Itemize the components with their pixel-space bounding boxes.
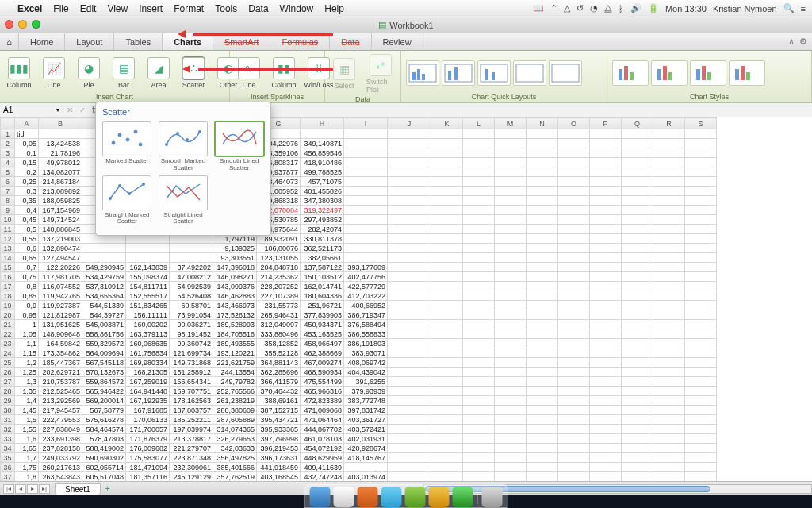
cell[interactable] [495,139,527,148]
cell[interactable] [431,329,463,339]
cell[interactable] [558,368,590,377]
cell[interactable] [558,253,590,263]
menu-tools[interactable]: Tools [215,3,237,14]
cell[interactable]: 575,616278 [82,415,126,425]
cell[interactable] [344,139,388,148]
cell[interactable] [431,272,463,282]
cell[interactable] [622,234,653,244]
cell[interactable]: 475,554499 [301,377,344,387]
cell[interactable] [431,225,463,234]
cell[interactable] [527,339,558,348]
cell[interactable]: 471,064464 [301,415,344,425]
cell[interactable] [653,329,685,339]
cell[interactable]: 119,927387 [39,301,82,310]
cell[interactable]: 402,031931 [344,434,388,444]
menubar-clock[interactable]: Mon 13:30 [665,4,707,13]
option-marked-scatter[interactable]: Marked Scatter [101,121,154,172]
cell[interactable] [527,463,558,472]
cell[interactable] [82,244,126,253]
cell[interactable] [527,167,558,177]
cell[interactable] [558,148,590,158]
cell[interactable]: 213,089892 [39,187,82,196]
cell[interactable] [527,444,558,453]
cell[interactable] [622,472,653,482]
row-header[interactable]: 24 [1,348,15,358]
cell[interactable] [431,472,463,482]
row-header[interactable]: 5 [1,167,15,177]
cell[interactable] [590,272,622,282]
cell[interactable]: 383,93071 [344,348,388,358]
cell[interactable]: 0,35 [15,196,39,206]
cell[interactable]: 151,258912 [170,368,213,377]
cell[interactable] [431,148,463,158]
cell[interactable]: 444,867702 [301,425,344,434]
cell[interactable]: 181,471094 [126,463,170,472]
cell[interactable] [495,453,527,463]
cell[interactable]: 453,163525 [301,329,344,339]
cell[interactable] [527,206,558,215]
cell[interactable] [590,358,622,368]
cell[interactable]: 156,654341 [170,377,213,387]
cell[interactable]: 395,933365 [257,425,301,434]
cell[interactable] [495,244,527,253]
cell[interactable]: 549,290945 [82,263,126,272]
row-header[interactable]: 27 [1,377,15,387]
cell[interactable] [685,415,717,425]
cell[interactable] [463,472,495,482]
tab-home-icon[interactable]: ⌂ [0,33,19,50]
cell[interactable] [495,263,527,272]
cell[interactable] [431,320,463,329]
cell[interactable] [590,377,622,387]
cell[interactable] [344,177,388,187]
cell[interactable]: 231,55773 [257,301,301,310]
cell[interactable] [558,215,590,225]
cell[interactable] [388,177,431,187]
cell[interactable]: 386,558833 [344,329,388,339]
cell[interactable] [463,167,495,177]
cell[interactable] [495,291,527,301]
cell[interactable] [388,129,431,139]
cell[interactable] [622,444,653,453]
cell[interactable] [431,463,463,472]
cell[interactable]: 228,207252 [257,282,301,291]
cell[interactable] [685,453,717,463]
cell[interactable] [685,148,717,158]
cell[interactable] [344,234,388,244]
cell[interactable]: 0,3 [15,187,39,196]
cell[interactable] [463,339,495,348]
cell[interactable] [558,415,590,425]
cell[interactable]: 454,072192 [301,444,344,453]
cell[interactable]: 462,388669 [301,348,344,358]
cell[interactable] [463,139,495,148]
cell[interactable]: 559,329572 [82,339,126,348]
cell[interactable] [527,348,558,358]
row-header[interactable]: 34 [1,444,15,453]
cell[interactable]: 377,839903 [301,310,344,320]
cell[interactable]: 185,447367 [39,358,82,368]
cell[interactable]: 132,890474 [39,244,82,253]
menubar-notifications-icon[interactable]: ≡ [801,4,806,13]
cell[interactable] [653,196,685,206]
cell[interactable]: 347,380308 [301,196,344,206]
cell[interactable] [558,320,590,329]
cell[interactable] [495,320,527,329]
cell[interactable] [590,453,622,463]
cell[interactable]: 49,978012 [39,158,82,167]
cell[interactable] [463,415,495,425]
column-header[interactable]: B [39,118,82,129]
cell[interactable] [622,425,653,434]
row-header[interactable]: 2 [1,139,15,148]
cell[interactable]: 37,492202 [170,263,213,272]
cell[interactable] [431,396,463,406]
cell[interactable]: 465,966316 [301,387,344,396]
row-header[interactable]: 33 [1,434,15,444]
cell[interactable] [685,158,717,167]
tab-formulas[interactable]: Formulas [270,33,330,50]
cell[interactable] [495,396,527,406]
cell[interactable] [463,215,495,225]
cell[interactable]: 0,75 [15,272,39,282]
cell[interactable] [388,291,431,301]
cell[interactable]: 193,120221 [213,348,257,358]
row-header[interactable]: 13 [1,244,15,253]
cell[interactable]: 265,946431 [257,310,301,320]
